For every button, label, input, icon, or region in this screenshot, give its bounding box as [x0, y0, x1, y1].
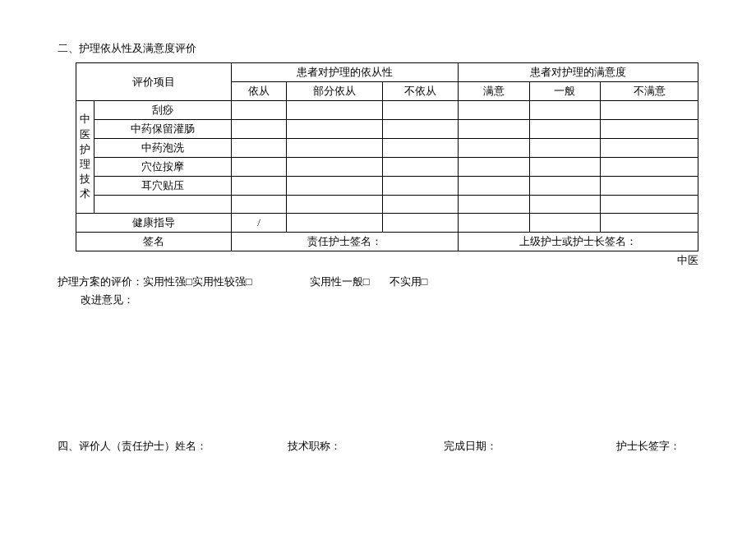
cell — [287, 101, 383, 120]
cell — [287, 214, 383, 233]
cell — [459, 158, 529, 177]
cell — [529, 214, 600, 233]
footer-head-nurse: 护士长签字： — [616, 439, 680, 454]
cell — [231, 196, 286, 214]
cell — [383, 158, 459, 177]
row-item-label: 刮痧 — [94, 101, 232, 120]
cell — [287, 120, 383, 139]
scheme-eval-option: 不实用□ — [390, 274, 428, 289]
trailing-text: 中医 — [58, 253, 698, 268]
improve-label: 改进意见： — [58, 293, 698, 307]
header-compliance-col: 不依从 — [383, 82, 459, 101]
cell — [231, 177, 286, 196]
cell — [601, 101, 698, 120]
table-row: 中药泡洗 — [76, 139, 698, 158]
cell — [383, 214, 459, 233]
scheme-eval-prefix: 护理方案的评价： — [58, 274, 143, 289]
section-title: 二、护理依从性及满意度评价 — [58, 41, 698, 56]
table-row — [76, 196, 698, 214]
cell — [601, 158, 698, 177]
cell — [529, 177, 600, 196]
signature-row: 签名 责任护士签名： 上级护士或护士长签名： — [76, 233, 698, 251]
resp-nurse-signature: 责任护士签名： — [231, 233, 458, 251]
health-guide-slash: / — [231, 214, 286, 233]
evaluation-table: 评价项目 患者对护理的依从性 患者对护理的满意度 依从 部分依从 不依从 满意 … — [76, 62, 698, 251]
cell — [601, 120, 698, 139]
cell — [287, 158, 383, 177]
health-guide-row: 健康指导 / — [76, 214, 698, 233]
cell — [287, 196, 383, 214]
header-satisfaction-col: 满意 — [459, 82, 529, 101]
cell — [459, 101, 529, 120]
cell — [231, 139, 286, 158]
footer-line: 四、评价人（责任护士）姓名： 技术职称： 完成日期： 护士长签字： — [58, 439, 698, 454]
header-compliance-col: 依从 — [231, 82, 286, 101]
cell — [529, 196, 600, 214]
footer-title: 技术职称： — [288, 439, 444, 454]
cell — [529, 139, 600, 158]
cell — [529, 158, 600, 177]
cell — [601, 177, 698, 196]
scheme-evaluation-line: 护理方案的评价： 实用性强□ 实用性较强□ 实用性一般□ 不实用□ — [58, 274, 698, 289]
senior-nurse-signature: 上级护士或护士长签名： — [459, 233, 698, 251]
header-satisfaction-group: 患者对护理的满意度 — [459, 63, 698, 82]
cell — [383, 101, 459, 120]
cell — [529, 120, 600, 139]
table-row: 中医护理技术 刮痧 — [76, 101, 698, 120]
cell — [459, 139, 529, 158]
cell — [383, 177, 459, 196]
cell — [601, 196, 698, 214]
footer-evaluator: 四、评价人（责任护士）姓名： — [58, 439, 288, 454]
row-item-label: 中药保留灌肠 — [94, 120, 232, 139]
header-eval-item: 评价项目 — [76, 63, 232, 101]
header-satisfaction-col: 一般 — [529, 82, 600, 101]
cell — [287, 177, 383, 196]
cell — [383, 196, 459, 214]
scheme-eval-option: 实用性强□ — [143, 274, 192, 289]
vertical-category-label: 中医护理技术 — [76, 101, 94, 214]
health-guide-label: 健康指导 — [76, 214, 232, 233]
cell — [287, 139, 383, 158]
cell — [459, 196, 529, 214]
row-item-label — [94, 196, 232, 214]
cell — [459, 214, 529, 233]
cell — [231, 158, 286, 177]
scheme-eval-option: 实用性较强□ — [192, 274, 252, 289]
cell — [529, 101, 600, 120]
row-item-label: 穴位按摩 — [94, 158, 232, 177]
scheme-eval-option: 实用性一般□ — [310, 274, 370, 289]
footer-date: 完成日期： — [444, 439, 616, 454]
cell — [231, 101, 286, 120]
cell — [383, 120, 459, 139]
table-row: 中药保留灌肠 — [76, 120, 698, 139]
table-row: 穴位按摩 — [76, 158, 698, 177]
signature-label: 签名 — [76, 233, 232, 251]
row-item-label: 中药泡洗 — [94, 139, 232, 158]
row-item-label: 耳穴贴压 — [94, 177, 232, 196]
cell — [383, 139, 459, 158]
cell — [601, 139, 698, 158]
cell — [459, 120, 529, 139]
cell — [601, 214, 698, 233]
header-satisfaction-col: 不满意 — [601, 82, 698, 101]
header-compliance-col: 部分依从 — [287, 82, 383, 101]
table-row: 耳穴贴压 — [76, 177, 698, 196]
header-compliance-group: 患者对护理的依从性 — [231, 63, 458, 82]
cell — [459, 177, 529, 196]
cell — [231, 120, 286, 139]
